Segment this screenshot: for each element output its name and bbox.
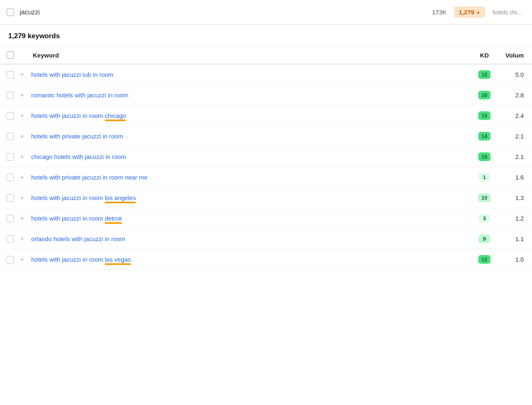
column-header-keyword[interactable]: Keyword: [33, 52, 472, 59]
kd-badge: 15: [478, 111, 491, 120]
keyword-link[interactable]: hotels with private jacuzzi in room: [31, 133, 123, 140]
column-header-volume[interactable]: Volum: [497, 52, 525, 59]
keyword-link[interactable]: hotels with jacuzzi tub in room: [31, 71, 113, 78]
add-keyword-button[interactable]: +: [18, 194, 26, 202]
kd-badge: 9: [479, 235, 490, 243]
row-checkbox[interactable]: [7, 174, 14, 181]
volume-cell: 1.6: [497, 174, 525, 181]
keyword-link[interactable]: romantic hotels with jacuzzi in room: [31, 92, 128, 99]
volume-cell: 5.0: [497, 71, 525, 78]
keyword-cell: hotels with jacuzzi in room los angeles: [31, 194, 472, 201]
keyword-link[interactable]: hotels with jacuzzi in room las vegas: [31, 256, 131, 263]
keyword-link[interactable]: chicago hotels with jacuzzi in room: [31, 153, 126, 160]
kd-badge: 3: [479, 214, 490, 223]
header-select-checkbox[interactable]: [7, 9, 14, 16]
keyword-link[interactable]: orlando hotels with jacuzzi in room: [31, 235, 125, 242]
row-checkbox[interactable]: [7, 235, 14, 243]
kd-cell: 3: [472, 214, 497, 223]
volume-cell: 2.1: [497, 153, 525, 160]
keyword-cell: hotels with jacuzzi in room las vegas: [31, 256, 472, 263]
kd-badge: 12: [478, 70, 491, 79]
keyword-cell: hotels with jacuzzi in room chicago: [31, 112, 472, 119]
table-row: + hotels with jacuzzi in room detroit 3 …: [0, 208, 532, 229]
kd-cell: 14: [472, 132, 497, 140]
table-row: + chicago hotels with jacuzzi in room 15…: [0, 147, 532, 167]
row-checkbox[interactable]: [7, 194, 14, 202]
badge-arrow-icon: ▲: [476, 10, 480, 14]
table-row: + hotels with jacuzzi in room los angele…: [0, 188, 532, 208]
table-row: + orlando hotels with jacuzzi in room 9 …: [0, 229, 532, 249]
kd-badge: 12: [478, 255, 491, 264]
kd-cell: 9: [472, 235, 497, 243]
row-checkbox[interactable]: [7, 215, 14, 222]
table-row: + hotels with private jacuzzi in room 14…: [0, 126, 532, 147]
add-keyword-button[interactable]: +: [18, 214, 26, 223]
row-checkbox[interactable]: [7, 71, 14, 78]
keyword-cell: hotels with private jacuzzi in room near…: [31, 174, 472, 181]
keyword-link[interactable]: hotels with jacuzzi in room detroit: [31, 215, 122, 222]
volume-cell: 1.3: [497, 194, 525, 201]
add-keyword-button[interactable]: +: [18, 235, 26, 243]
row-checkbox[interactable]: [7, 256, 14, 263]
header-extra-text: hotels chicago: [493, 9, 525, 16]
volume-cell: 1.2: [497, 215, 525, 222]
volume-cell: 2.4: [497, 112, 525, 119]
header-keyword-text: jacuzzi: [20, 9, 432, 16]
table-row: + romantic hotels with jacuzzi in room 1…: [0, 85, 532, 106]
header-count-badge: 1,279 ▲: [454, 7, 485, 18]
kd-badge: 14: [478, 132, 491, 140]
add-keyword-button[interactable]: +: [18, 91, 26, 99]
keyword-link[interactable]: hotels with jacuzzi in room los angeles: [31, 194, 136, 201]
row-checkbox[interactable]: [7, 112, 14, 120]
table-row: + hotels with jacuzzi tub in room 12 5.0: [0, 64, 532, 85]
add-keyword-button[interactable]: +: [18, 255, 26, 264]
kd-badge: 10: [478, 193, 491, 202]
keyword-cell: hotels with private jacuzzi in room: [31, 133, 472, 140]
add-keyword-button[interactable]: +: [18, 71, 26, 79]
table-header: Keyword KD Volum: [0, 46, 532, 64]
add-keyword-button[interactable]: +: [18, 173, 26, 182]
table-body: + hotels with jacuzzi tub in room 12 5.0…: [0, 64, 532, 270]
kd-cell: 12: [472, 70, 497, 79]
row-checkbox[interactable]: [7, 92, 14, 99]
keywords-count-section: 1,279 keywords: [0, 25, 532, 46]
keywords-count-label: 1,279 keywords: [8, 32, 60, 40]
keyword-cell: chicago hotels with jacuzzi in room: [31, 153, 472, 160]
row-checkbox[interactable]: [7, 133, 14, 140]
keyword-link[interactable]: hotels with private jacuzzi in room near…: [31, 174, 147, 181]
volume-cell: 2.1: [497, 133, 525, 140]
table-row: + hotels with jacuzzi in room las vegas …: [0, 249, 532, 270]
keyword-cell: orlando hotels with jacuzzi in room: [31, 235, 472, 242]
header-row: jacuzzi 173K 1,279 ▲ hotels chicago: [0, 0, 532, 25]
kd-cell: 10: [472, 193, 497, 202]
volume-cell: 1.1: [497, 235, 525, 242]
volume-cell: 2.8: [497, 92, 525, 99]
select-all-checkbox[interactable]: [7, 51, 14, 59]
keyword-cell: hotels with jacuzzi in room detroit: [31, 215, 472, 222]
header-volume-stat: 173K: [432, 9, 447, 16]
kd-badge: 16: [478, 91, 491, 99]
add-keyword-button[interactable]: +: [18, 153, 26, 161]
volume-cell: 1.0: [497, 256, 525, 263]
table-row: + hotels with jacuzzi in room chicago 15…: [0, 106, 532, 126]
keyword-link[interactable]: hotels with jacuzzi in room chicago: [31, 112, 126, 119]
kd-badge: 15: [478, 152, 491, 161]
kd-badge: 1: [479, 173, 490, 182]
add-keyword-button[interactable]: +: [18, 112, 26, 120]
kd-cell: 15: [472, 111, 497, 120]
add-keyword-button[interactable]: +: [18, 132, 26, 140]
kd-cell: 15: [472, 152, 497, 161]
keyword-cell: romantic hotels with jacuzzi in room: [31, 92, 472, 99]
column-header-kd[interactable]: KD: [472, 52, 497, 59]
table-row: + hotels with private jacuzzi in room ne…: [0, 167, 532, 188]
keyword-cell: hotels with jacuzzi tub in room: [31, 71, 472, 78]
row-checkbox[interactable]: [7, 153, 14, 161]
kd-cell: 12: [472, 255, 497, 264]
kd-cell: 1: [472, 173, 497, 182]
kd-cell: 16: [472, 91, 497, 99]
